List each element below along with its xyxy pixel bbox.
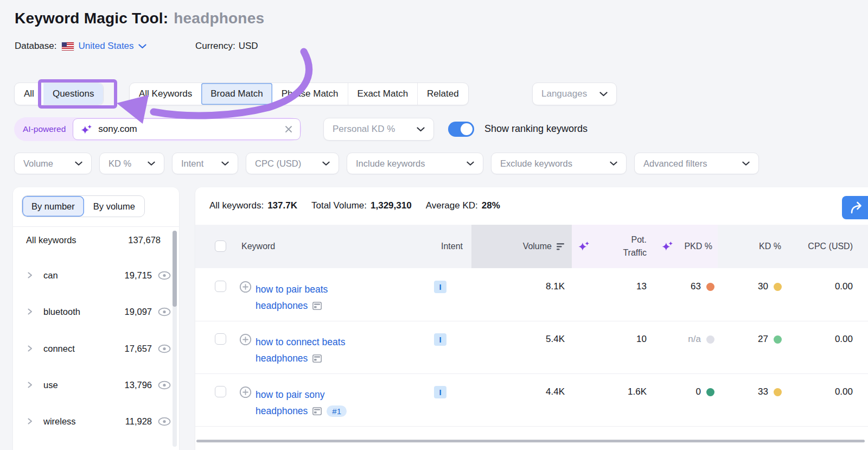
languages-label: Languages bbox=[541, 88, 587, 99]
intent-filter[interactable]: Intent bbox=[172, 153, 238, 174]
eye-icon[interactable] bbox=[157, 381, 171, 390]
kd-dot bbox=[774, 388, 782, 396]
sidebar-scrollbar-thumb[interactable] bbox=[173, 231, 177, 307]
row-checkbox[interactable] bbox=[215, 386, 226, 397]
plus-circle-icon[interactable] bbox=[239, 386, 252, 398]
chevron-down-icon bbox=[75, 161, 82, 166]
us-flag-icon bbox=[62, 42, 74, 50]
group-row-wireless[interactable]: wireless 11,928 bbox=[13, 406, 179, 436]
group-term: use bbox=[43, 380, 125, 390]
share-icon bbox=[849, 200, 865, 216]
volume-cell: 5.4K bbox=[473, 334, 565, 345]
personal-kd-dropdown[interactable]: Personal KD % bbox=[323, 118, 434, 141]
chevron-right-icon[interactable] bbox=[26, 271, 34, 279]
plus-circle-icon[interactable] bbox=[239, 281, 252, 293]
serp-features-icon[interactable] bbox=[312, 407, 322, 415]
eye-icon[interactable] bbox=[157, 307, 171, 316]
column-header-keyword[interactable]: Keyword bbox=[241, 242, 275, 251]
pkd-cell: 63 bbox=[640, 281, 714, 292]
filter-label: Intent bbox=[181, 159, 203, 169]
row-checkbox[interactable] bbox=[215, 281, 226, 292]
pkd-cell: 0 bbox=[640, 386, 714, 397]
table-row: how to pair sony headphones #1 I 4.4K 1.… bbox=[195, 374, 868, 427]
plus-circle-icon[interactable] bbox=[239, 333, 252, 346]
filter-label: CPC (USD) bbox=[255, 159, 301, 169]
match-type-tabs: All Keywords Broad Match Phrase Match Ex… bbox=[129, 83, 469, 105]
sparkles-icon bbox=[81, 124, 92, 135]
group-count: 11,928 bbox=[125, 416, 152, 427]
column-header-pkd[interactable]: PKD % bbox=[678, 242, 712, 251]
row-checkbox[interactable] bbox=[215, 333, 226, 345]
exclude-keywords-filter[interactable]: Exclude keywords bbox=[491, 153, 627, 174]
column-header-kd[interactable]: KD % bbox=[738, 242, 781, 251]
volume-header-label: Volume bbox=[523, 242, 552, 251]
table-row: how to connect beats headphones I 5.4K 1… bbox=[195, 321, 868, 374]
tab-phrase-match[interactable]: Phrase Match bbox=[272, 83, 348, 105]
languages-dropdown[interactable]: Languages bbox=[532, 83, 617, 105]
cpc-filter[interactable]: CPC (USD) bbox=[246, 153, 339, 174]
export-button[interactable] bbox=[842, 196, 868, 219]
group-row-can[interactable]: can 19,715 bbox=[13, 260, 179, 290]
filter-label: Volume bbox=[23, 159, 53, 169]
eye-icon[interactable] bbox=[157, 417, 171, 426]
serp-features-icon[interactable] bbox=[312, 302, 322, 310]
all-keywords-label: All keywords bbox=[26, 235, 76, 245]
by-number-tab[interactable]: By number bbox=[22, 196, 84, 217]
group-row-bluetooth[interactable]: bluetooth 19,097 bbox=[13, 296, 179, 327]
keyword-link[interactable]: how to pair sony headphones #1 bbox=[256, 386, 347, 419]
all-keywords-row[interactable]: All keywords 137,678 bbox=[13, 226, 179, 253]
column-header-intent[interactable]: Intent bbox=[412, 242, 463, 251]
chevron-right-icon[interactable] bbox=[26, 308, 34, 315]
kd-cell: 30 bbox=[707, 281, 782, 292]
sparkles-icon bbox=[662, 241, 673, 251]
filter-label: Include keywords bbox=[356, 159, 425, 169]
volume-cell: 8.1K bbox=[473, 281, 565, 292]
column-header-pot-traffic[interactable]: Pot. Traffic bbox=[613, 233, 647, 259]
serp-features-icon[interactable] bbox=[312, 354, 322, 363]
kd-filter[interactable]: KD % bbox=[99, 153, 164, 174]
tab-broad-match[interactable]: Broad Match bbox=[201, 83, 272, 105]
column-header-cpc[interactable]: CPC (USD) bbox=[792, 242, 853, 251]
keyword-link[interactable]: how to pair beats headphones bbox=[256, 281, 328, 314]
select-all-checkbox[interactable] bbox=[215, 240, 226, 252]
chevron-right-icon[interactable] bbox=[26, 417, 34, 425]
sidebar-sort-switch: By number By volume bbox=[22, 195, 145, 217]
include-keywords-filter[interactable]: Include keywords bbox=[347, 153, 483, 174]
group-row-connect[interactable]: connect 17,657 bbox=[13, 333, 179, 364]
tab-related[interactable]: Related bbox=[417, 83, 468, 105]
tab-exact-match[interactable]: Exact Match bbox=[348, 83, 418, 105]
group-row-use[interactable]: use 13,796 bbox=[13, 370, 179, 400]
by-volume-tab[interactable]: By volume bbox=[84, 196, 144, 217]
intent-badge: I bbox=[434, 281, 446, 293]
eye-icon[interactable] bbox=[157, 344, 171, 353]
filter-label: Advanced filters bbox=[643, 159, 707, 169]
chevron-right-icon[interactable] bbox=[26, 345, 34, 352]
pkd-cell: n/a bbox=[640, 334, 714, 345]
group-term: can bbox=[43, 270, 125, 281]
kd-dot bbox=[774, 283, 782, 291]
clear-icon[interactable] bbox=[285, 125, 292, 133]
keyword-link[interactable]: how to connect beats headphones bbox=[256, 334, 345, 366]
database-select[interactable]: United States bbox=[79, 41, 146, 52]
ai-powered-badge: AI-powered bbox=[23, 124, 66, 134]
horizontal-scrollbar-thumb[interactable] bbox=[196, 440, 865, 442]
keywords-table-card: All keywords:137.7K Total Volume:1,329,3… bbox=[195, 187, 868, 450]
advanced-filters[interactable]: Advanced filters bbox=[634, 153, 759, 174]
volume-filter[interactable]: Volume bbox=[14, 153, 92, 174]
group-count: 13,796 bbox=[125, 380, 152, 390]
tab-all-keywords[interactable]: All Keywords bbox=[130, 83, 201, 105]
kd-cell: 33 bbox=[707, 386, 782, 397]
chevron-right-icon[interactable] bbox=[26, 381, 34, 389]
group-term: bluetooth bbox=[43, 307, 125, 317]
pot-traffic-cell: 1.6K bbox=[592, 386, 647, 397]
eye-icon[interactable] bbox=[157, 271, 171, 280]
cpc-cell: 0.00 bbox=[792, 386, 853, 397]
show-ranking-keywords-toggle[interactable] bbox=[448, 122, 474, 137]
summary-total-volume: Total Volume:1,329,310 bbox=[311, 200, 412, 211]
keyword-magic-tool-page: Keyword Magic Tool:headphones Database: … bbox=[0, 0, 868, 450]
search-input[interactable]: sony.com bbox=[73, 118, 301, 140]
group-count: 19,715 bbox=[125, 270, 152, 281]
column-header-volume[interactable]: Volume bbox=[471, 242, 565, 251]
sparkles-icon bbox=[578, 241, 590, 251]
filter-label: Exclude keywords bbox=[500, 159, 572, 169]
